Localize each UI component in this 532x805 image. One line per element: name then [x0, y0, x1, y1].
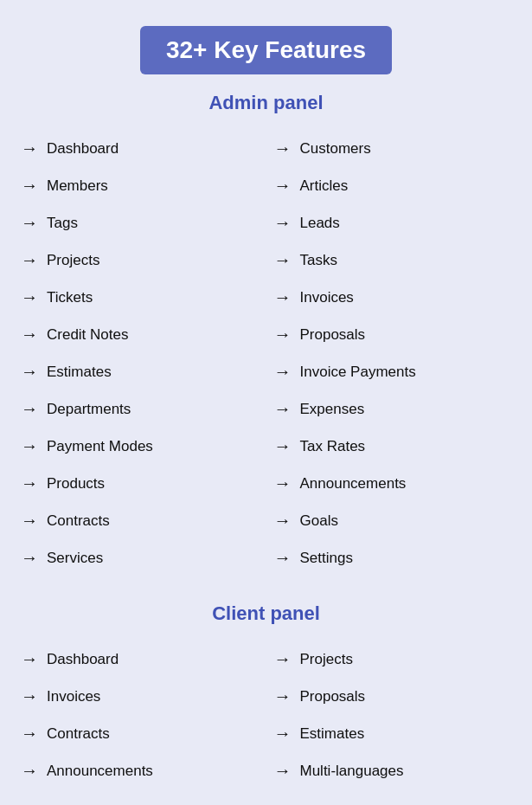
- arrow-icon: →: [274, 250, 292, 270]
- feature-label: Proposals: [300, 326, 366, 344]
- feature-label: Tasks: [300, 252, 337, 269]
- admin-left-item: →Members: [17, 167, 262, 204]
- feature-label: Services: [47, 550, 103, 567]
- admin-left-item: →Estimates: [17, 353, 262, 390]
- arrow-icon: →: [21, 724, 38, 744]
- feature-label: Announcements: [47, 763, 153, 780]
- arrow-icon: →: [274, 138, 292, 158]
- arrow-icon: →: [274, 176, 292, 196]
- feature-label: Contracts: [47, 512, 110, 530]
- arrow-icon: →: [274, 362, 292, 382]
- admin-left-item: →Tags: [17, 204, 262, 242]
- arrow-icon: →: [21, 649, 38, 669]
- feature-label: Dashboard: [47, 140, 119, 158]
- arrow-icon: →: [274, 436, 292, 456]
- arrow-icon: →: [21, 473, 38, 493]
- arrow-icon: →: [21, 213, 38, 233]
- feature-label: Projects: [300, 651, 353, 668]
- feature-label: Tax Rates: [300, 438, 366, 455]
- feature-label: Articles: [300, 177, 349, 195]
- arrow-icon: →: [274, 649, 292, 669]
- client-left-item: →Contracts: [17, 715, 262, 752]
- feature-label: Invoices: [47, 688, 100, 705]
- client-right-item: →Proposals: [271, 678, 516, 715]
- arrow-icon: →: [21, 362, 38, 382]
- feature-label: Announcements: [300, 475, 407, 493]
- admin-features-grid: →Dashboard→Customers→Members→Articles→Ta…: [9, 130, 523, 576]
- client-features-grid: →Dashboard→Projects→Invoices→Proposals→C…: [9, 641, 523, 789]
- arrow-icon: →: [274, 511, 292, 531]
- admin-right-item: →Expenses: [271, 390, 516, 428]
- feature-label: Tags: [47, 215, 78, 232]
- admin-right-item: →Tasks: [271, 242, 516, 279]
- feature-label: Tickets: [47, 289, 93, 306]
- client-left-item: →Dashboard: [17, 641, 262, 678]
- feature-label: Proposals: [300, 688, 366, 705]
- feature-label: Multi-languages: [300, 763, 404, 780]
- client-right-item: →Estimates: [271, 715, 516, 752]
- header-badge: 32+ Key Features: [140, 26, 392, 74]
- feature-label: Products: [47, 475, 105, 493]
- feature-label: Contracts: [47, 725, 110, 743]
- feature-label: Projects: [47, 252, 99, 269]
- arrow-icon: →: [274, 325, 292, 345]
- admin-left-item: →Departments: [17, 390, 262, 428]
- arrow-icon: →: [274, 399, 292, 419]
- admin-right-item: →Goals: [271, 502, 516, 539]
- arrow-icon: →: [21, 399, 38, 419]
- client-right-item: →Multi-languages: [271, 752, 516, 789]
- feature-label: Invoices: [300, 289, 354, 306]
- client-left-item: →Announcements: [17, 752, 262, 789]
- feature-label: Credit Notes: [47, 326, 128, 344]
- admin-right-item: →Invoice Payments: [271, 353, 516, 390]
- feature-label: Estimates: [300, 725, 365, 743]
- admin-right-item: →Settings: [271, 539, 516, 576]
- admin-left-item: →Tickets: [17, 279, 262, 316]
- admin-left-item: →Projects: [17, 242, 262, 279]
- admin-right-item: →Proposals: [271, 316, 516, 353]
- admin-right-item: →Announcements: [271, 465, 516, 502]
- admin-left-item: →Products: [17, 465, 262, 502]
- feature-label: Members: [47, 177, 108, 195]
- admin-panel-title: Admin panel: [9, 92, 523, 114]
- admin-right-item: →Customers: [271, 130, 516, 167]
- arrow-icon: →: [21, 436, 38, 456]
- feature-label: Expenses: [300, 401, 365, 418]
- arrow-icon: →: [21, 138, 38, 158]
- arrow-icon: →: [21, 511, 38, 531]
- admin-left-item: →Credit Notes: [17, 316, 262, 353]
- feature-label: Departments: [47, 401, 131, 418]
- arrow-icon: →: [21, 325, 38, 345]
- feature-label: Settings: [300, 550, 353, 567]
- admin-left-item: →Services: [17, 539, 262, 576]
- arrow-icon: →: [21, 761, 38, 781]
- admin-left-item: →Dashboard: [17, 130, 262, 167]
- feature-label: Leads: [300, 215, 340, 232]
- arrow-icon: →: [274, 473, 292, 493]
- feature-label: Goals: [300, 512, 338, 530]
- arrow-icon: →: [274, 213, 292, 233]
- admin-left-item: →Payment Modes: [17, 428, 262, 465]
- arrow-icon: →: [274, 686, 292, 706]
- admin-right-item: →Invoices: [271, 279, 516, 316]
- arrow-icon: →: [21, 686, 38, 706]
- feature-label: Payment Modes: [47, 438, 153, 455]
- client-panel-title: Client panel: [9, 602, 523, 625]
- arrow-icon: →: [274, 548, 292, 568]
- feature-label: Customers: [300, 140, 371, 158]
- client-right-item: →Projects: [271, 641, 516, 678]
- arrow-icon: →: [21, 250, 38, 270]
- arrow-icon: →: [21, 548, 38, 568]
- feature-label: Estimates: [47, 364, 112, 381]
- admin-right-item: →Articles: [271, 167, 516, 204]
- feature-label: Invoice Payments: [300, 364, 416, 381]
- arrow-icon: →: [274, 761, 292, 781]
- arrow-icon: →: [21, 176, 38, 196]
- feature-label: Dashboard: [47, 651, 119, 668]
- admin-right-item: →Leads: [271, 204, 516, 242]
- arrow-icon: →: [274, 724, 292, 744]
- admin-left-item: →Contracts: [17, 502, 262, 539]
- arrow-icon: →: [274, 287, 292, 307]
- client-left-item: →Invoices: [17, 678, 262, 715]
- admin-right-item: →Tax Rates: [271, 428, 516, 465]
